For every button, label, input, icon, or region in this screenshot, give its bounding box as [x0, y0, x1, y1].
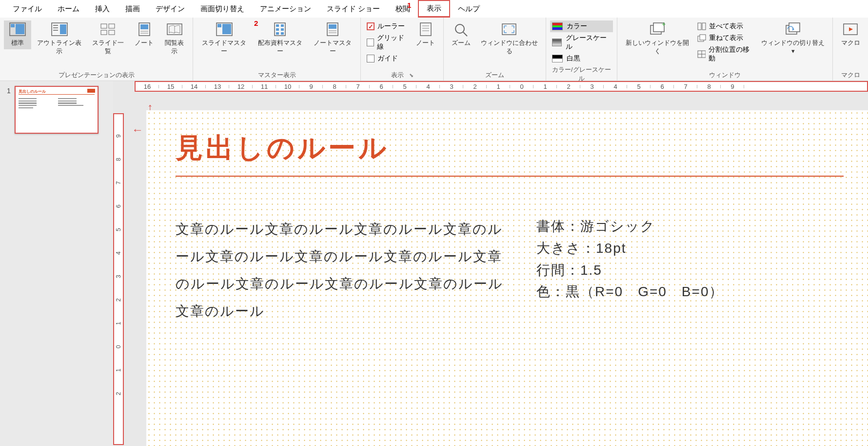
outline-view-button[interactable]: アウトライン表示: [33, 20, 86, 58]
callout-marker-1: 1: [407, 1, 411, 9]
horizontal-ruler[interactable]: 161514131211109876543210123456789: [135, 81, 868, 92]
reading-view-button[interactable]: 閲覧表示: [160, 20, 189, 58]
ruler-checkbox[interactable]: ルーラー: [365, 20, 410, 32]
menu-tab-7[interactable]: スライド ショー: [319, 1, 388, 17]
svg-rect-25: [281, 28, 284, 31]
ruler-tick: 8: [323, 83, 346, 90]
group-label: 表示 ⬊: [365, 70, 439, 80]
group-color: カラー グレースケール 白黒 カラー/グレースケール: [546, 18, 618, 81]
menu-tab-5[interactable]: 画面切り替え: [193, 1, 252, 17]
ruler-tick: 9: [721, 83, 744, 90]
menu-tab-2[interactable]: 挿入: [87, 1, 118, 17]
group-window: + 新しいウィンドウを開く 並べて表示 重ねて表示 分割位置の移動 ウィンドウの…: [617, 18, 833, 81]
svg-rect-24: [276, 28, 279, 31]
ruler-tick: 3: [115, 255, 122, 278]
cascade-button[interactable]: 重ねて表示: [695, 32, 755, 44]
group-label: ズーム: [448, 70, 542, 80]
svg-rect-27: [281, 32, 284, 35]
slide-body-text[interactable]: 文章のルール文章のルール文章のルール文章のルール文章のルール文章のルール文章のル…: [176, 216, 507, 325]
ruler-tick: 2: [557, 83, 580, 90]
ruler-tick: 1: [533, 83, 557, 90]
slide-canvas[interactable]: 見出しのルール 文章のルール文章のルール文章のルール文章のルール文章のルール文章…: [146, 110, 868, 446]
notes-master-button[interactable]: ノートマスター: [309, 20, 356, 58]
menu-tab-9[interactable]: 表示: [418, 0, 450, 18]
fit-icon: [501, 22, 517, 37]
notes-button[interactable]: ノート: [412, 20, 439, 49]
color-swatch-icon: [552, 22, 563, 30]
ruler-tick: 3: [440, 83, 463, 90]
ruler-tick: 4: [416, 83, 440, 90]
menu-tab-4[interactable]: デザイン: [148, 1, 193, 17]
ruler-tick: 0: [510, 83, 533, 90]
grayscale-button[interactable]: グレースケール: [550, 32, 613, 53]
thumb-badge: [87, 89, 95, 93]
bw-swatch-icon: [552, 55, 563, 62]
ruler-tick: 6: [651, 83, 674, 90]
vertical-ruler[interactable]: 987654321012: [113, 113, 124, 445]
new-window-icon: +: [649, 22, 666, 37]
notes-page-button[interactable]: ノート: [131, 20, 158, 49]
thumb-title: 見出しのルール: [19, 89, 95, 95]
guides-checkbox[interactable]: ガイド: [365, 53, 410, 64]
chevron-down-icon: ▾: [791, 47, 795, 55]
group-label: カラー/グレースケール: [550, 64, 613, 83]
arrange-all-button[interactable]: 並べて表示: [695, 20, 755, 32]
dialog-launcher-icon[interactable]: ⬊: [404, 72, 414, 78]
slide-number: 1: [7, 86, 11, 134]
svg-marker-53: [849, 27, 853, 31]
menu-bar: ファイルホーム挿入描画デザイン画面切り替えアニメーションスライド ショー校閲表示…: [0, 0, 868, 18]
zoom-icon: [453, 22, 470, 37]
menu-tab-10[interactable]: ヘルプ: [450, 1, 488, 17]
svg-rect-45: [700, 35, 706, 40]
outline-view-icon: [51, 22, 68, 37]
ruler-tick: 7: [674, 83, 697, 90]
unchecked-icon: [367, 39, 374, 46]
svg-rect-29: [329, 24, 336, 29]
svg-rect-20: [222, 24, 231, 34]
sorter-icon: [100, 22, 117, 37]
normal-view-icon: [9, 22, 26, 37]
ruler-tick: 12: [229, 83, 253, 90]
color-button[interactable]: カラー: [550, 20, 613, 32]
handout-master-button[interactable]: 配布資料マスター: [253, 20, 307, 58]
slide-sorter-button[interactable]: スライド一覧: [88, 20, 129, 58]
ruler-tick: 15: [159, 83, 182, 90]
slide-spec-text[interactable]: 書体：游ゴシック 大きさ：18pt 行間：1.5 色：黒（R=0 G=0 B=0…: [536, 216, 724, 325]
fit-window-button[interactable]: ウィンドウに合わせる: [477, 20, 542, 58]
ruler-tick: 7: [346, 83, 370, 90]
ruler-tick: 6: [370, 83, 393, 90]
switch-windows-button[interactable]: ウィンドウの切り替え ▾: [757, 20, 829, 58]
ruler-tick: 5: [393, 83, 416, 90]
menu-tab-8[interactable]: 校閲: [388, 1, 418, 17]
menu-tab-0[interactable]: ファイル: [5, 1, 50, 17]
ruler-tick: 9: [115, 114, 122, 138]
svg-rect-32: [420, 23, 431, 36]
slide-master-button[interactable]: スライドマスター: [197, 20, 251, 58]
split-icon: [697, 50, 706, 58]
ruler-tick: 1: [115, 302, 122, 325]
normal-view-button[interactable]: 標準: [4, 20, 31, 49]
ruler-tick: 4: [604, 83, 627, 90]
move-split-button[interactable]: 分割位置の移動: [695, 44, 755, 64]
svg-rect-1: [11, 24, 15, 27]
zoom-button[interactable]: ズーム: [448, 20, 475, 49]
slide-title[interactable]: 見出しのルール: [176, 130, 844, 167]
svg-rect-22: [276, 24, 279, 27]
group-master-views: スライドマスター 配布資料マスター ノートマスター マスター表示: [193, 18, 361, 81]
ruler-tick: 8: [697, 83, 721, 90]
blackwhite-button[interactable]: 白黒: [550, 53, 613, 64]
menu-tab-3[interactable]: 描画: [118, 1, 148, 17]
new-window-button[interactable]: + 新しいウィンドウを開く: [621, 20, 693, 58]
menu-tab-6[interactable]: アニメーション: [252, 1, 319, 17]
ruler-tick: 4: [115, 231, 122, 255]
ruler-tick: 14: [182, 83, 206, 90]
unchecked-icon: [367, 55, 375, 62]
gridlines-checkbox[interactable]: グリッド線: [365, 32, 410, 53]
menu-tab-1[interactable]: ホーム: [50, 1, 87, 17]
slide-thumbnail[interactable]: 見出しのルール: [15, 86, 99, 134]
macro-button[interactable]: マクロ: [837, 20, 864, 49]
notes-page-icon: [136, 22, 153, 37]
svg-rect-50: [789, 23, 800, 32]
svg-rect-10: [109, 24, 115, 28]
slide-master-icon: [216, 22, 233, 37]
